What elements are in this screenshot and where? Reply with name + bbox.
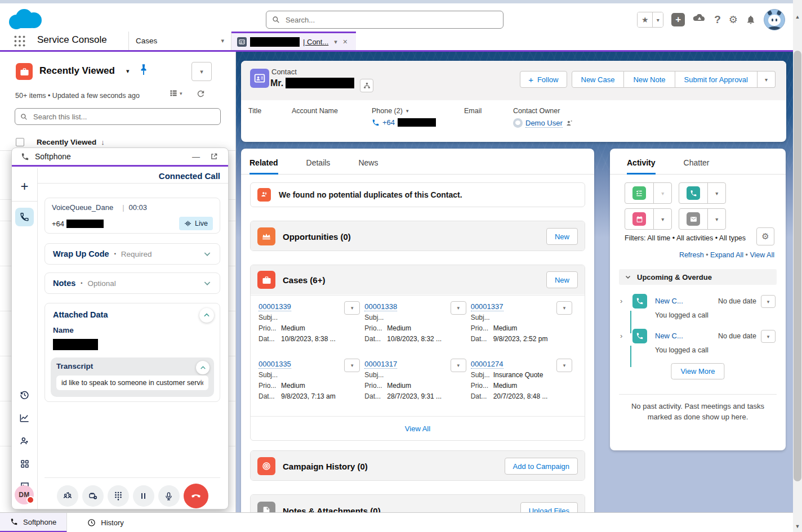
collapse-transcript-button[interactable] xyxy=(196,361,210,374)
owner-link[interactable]: Demo User xyxy=(525,119,563,128)
new-note-button[interactable]: New Note xyxy=(624,71,675,88)
call-history-button[interactable] xyxy=(12,390,37,400)
global-search-box[interactable] xyxy=(266,11,504,29)
expand-item-chevron-icon[interactable]: › xyxy=(620,297,622,305)
case-row-menu-button[interactable]: ▾ xyxy=(451,301,466,315)
view-all-link[interactable]: View All xyxy=(750,251,774,259)
activity-filters-button[interactable]: ⚙ xyxy=(756,227,774,245)
transfer-call-button[interactable] xyxy=(57,485,78,507)
new-task-menu-button[interactable]: ▾ xyxy=(653,183,671,203)
utility-history[interactable]: History xyxy=(77,513,133,532)
email-menu-button[interactable]: ▾ xyxy=(707,209,725,229)
help-button[interactable]: ? xyxy=(714,14,721,26)
phone-number-link[interactable]: +64 xyxy=(382,118,395,127)
collapse-attached-data-button[interactable] xyxy=(199,308,214,323)
notifications-button[interactable] xyxy=(746,15,756,25)
case-row-menu-button[interactable]: ▾ xyxy=(451,359,466,372)
workspace-tab-contact-active[interactable]: | Cont... ▾ × xyxy=(231,32,356,50)
case-number-link[interactable]: 00001338 xyxy=(364,302,397,311)
active-call-tab[interactable] xyxy=(15,208,34,226)
launcher-button[interactable] xyxy=(12,459,37,469)
case-number-link[interactable]: 00001317 xyxy=(364,360,397,369)
email-button[interactable] xyxy=(679,209,707,229)
log-call-menu-button[interactable]: ▾ xyxy=(707,183,725,203)
favorite-star-button[interactable]: ★ xyxy=(638,12,652,27)
case-row-menu-button[interactable]: ▾ xyxy=(344,301,360,315)
list-view-selector-chevron-icon[interactable]: ▾ xyxy=(126,68,130,75)
column-header-label[interactable]: Recently Viewed xyxy=(37,138,96,146)
activity-item-menu-button[interactable]: ▾ xyxy=(761,295,776,308)
chevron-down-icon[interactable]: ▾ xyxy=(406,108,409,114)
dialpad-button[interactable] xyxy=(108,485,129,507)
setup-button[interactable]: ⚙ xyxy=(729,14,738,26)
transcript-input[interactable] xyxy=(56,375,208,390)
scrollbar-thumb[interactable] xyxy=(794,51,801,481)
tab-actions-chevron-icon[interactable]: ▾ xyxy=(221,37,224,44)
related-list-title[interactable]: Campaign History (0) xyxy=(283,462,368,471)
select-all-checkbox[interactable] xyxy=(16,138,24,146)
utility-softphone[interactable]: Softphone xyxy=(0,513,67,532)
related-list-title[interactable]: Opportunities (0) xyxy=(283,232,351,242)
tab-news[interactable]: News xyxy=(358,158,391,174)
case-number-link[interactable]: 00001335 xyxy=(259,360,291,369)
tab-chatter[interactable]: Chatter xyxy=(684,158,723,174)
upcoming-overdue-section-header[interactable]: Upcoming & Overdue xyxy=(619,269,777,285)
tab-details[interactable]: Details xyxy=(306,158,344,174)
display-as-button[interactable]: ▾ xyxy=(169,89,182,97)
new-event-button[interactable] xyxy=(625,209,653,229)
new-call-button[interactable]: + xyxy=(12,178,37,194)
performance-button[interactable] xyxy=(12,413,37,423)
expand-all-link[interactable]: Expand All xyxy=(710,251,743,259)
new-case-button[interactable]: New xyxy=(546,271,578,288)
follow-button[interactable]: + Follow xyxy=(520,71,567,88)
case-number-link[interactable]: 00001274 xyxy=(471,360,504,369)
switch-device-button[interactable] xyxy=(82,485,104,507)
case-row-menu-button[interactable]: ▾ xyxy=(344,359,360,372)
view-more-button[interactable]: View More xyxy=(671,363,724,379)
activity-item-menu-button[interactable]: ▾ xyxy=(761,330,776,343)
new-event-menu-button[interactable]: ▾ xyxy=(653,209,671,229)
expand-item-chevron-icon[interactable]: › xyxy=(620,332,622,340)
scroll-up-icon[interactable]: ▲ xyxy=(793,12,802,21)
pin-list-button[interactable] xyxy=(139,63,149,77)
view-org-chart-button[interactable] xyxy=(360,79,373,92)
log-a-call-button[interactable] xyxy=(679,183,707,203)
page-scrollbar[interactable]: ▲ ▼ xyxy=(793,0,802,532)
agents-button[interactable] xyxy=(12,436,37,446)
favorites-menu-button[interactable]: ▾ xyxy=(652,12,663,27)
list-view-title[interactable]: Recently Viewed xyxy=(39,65,115,77)
workspace-tab-cases[interactable]: Cases ▾ xyxy=(129,32,231,50)
close-tab-icon[interactable]: × xyxy=(343,37,347,46)
hold-call-button[interactable] xyxy=(133,485,154,507)
refresh-link[interactable]: Refresh xyxy=(679,251,704,259)
tab-related[interactable]: Related xyxy=(249,158,292,174)
app-name[interactable]: Service Console xyxy=(37,34,107,46)
scroll-down-icon[interactable]: ▼ xyxy=(793,522,802,531)
case-row-menu-button[interactable]: ▾ xyxy=(556,359,572,372)
mute-button[interactable] xyxy=(158,485,180,507)
global-new-button[interactable]: + xyxy=(671,13,685,26)
minimize-button[interactable]: — xyxy=(189,152,203,161)
case-row-menu-button[interactable]: ▾ xyxy=(556,301,572,315)
trailhead-button[interactable] xyxy=(693,14,706,25)
activity-item-link[interactable]: New C... xyxy=(655,332,683,340)
tab-activity[interactable]: Activity xyxy=(627,158,669,174)
wrap-up-code-accordion[interactable]: Wrap Up Code • Required xyxy=(44,243,220,265)
user-avatar[interactable] xyxy=(764,9,785,30)
end-call-button[interactable] xyxy=(184,484,208,508)
new-task-button[interactable] xyxy=(625,183,653,203)
add-to-campaign-button[interactable]: Add to Campaign xyxy=(505,458,578,475)
related-list-title[interactable]: Cases (6+) xyxy=(283,275,325,285)
case-number-link[interactable]: 00001337 xyxy=(471,302,504,311)
more-actions-button[interactable]: ▾ xyxy=(758,71,776,88)
new-case-button[interactable]: New Case xyxy=(572,71,625,88)
submit-for-approval-button[interactable]: Submit for Approval xyxy=(675,71,758,88)
salesforce-logo[interactable] xyxy=(9,8,43,30)
softphone-header[interactable]: Softphone — xyxy=(12,148,228,167)
case-subject-link[interactable]: Insurance Quote xyxy=(493,371,543,379)
popout-button[interactable] xyxy=(209,153,219,160)
refresh-list-button[interactable] xyxy=(196,89,206,99)
list-search-input[interactable] xyxy=(32,112,215,122)
activity-item-link[interactable]: New C... xyxy=(655,297,683,305)
new-opportunity-button[interactable]: New xyxy=(546,228,578,245)
